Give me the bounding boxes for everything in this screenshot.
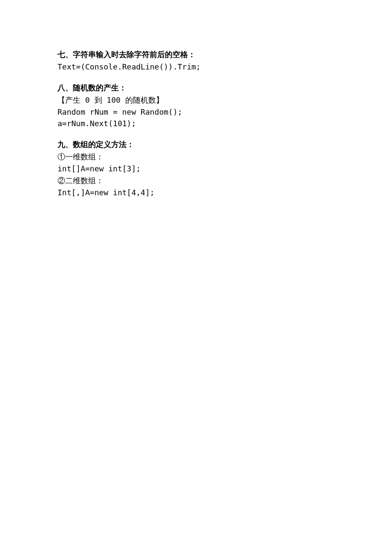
heading-nine: 九、数组的定义方法： <box>58 139 334 151</box>
section-nine: 九、数组的定义方法： ①一维数组： int[]A=new int[3]; ②二维… <box>58 139 334 198</box>
code-line: ①一维数组： <box>58 151 334 163</box>
heading-eight: 八、随机数的产生： <box>58 82 334 94</box>
code-line: int[]A=new int[3]; <box>58 163 334 175</box>
section-seven: 七、字符串输入时去除字符前后的空格： Text=(Console.ReadLin… <box>58 49 334 73</box>
section-eight: 八、随机数的产生： 【产生 0 到 100 的随机数】 Random rNum … <box>58 82 334 130</box>
code-line: 【产生 0 到 100 的随机数】 <box>58 94 334 106</box>
code-line: Random rNum = new Random(); <box>58 106 334 118</box>
code-line: Text=(Console.ReadLine()).Trim; <box>58 61 334 73</box>
code-line: ②二维数组： <box>58 175 334 187</box>
code-line: Int[,]A=new int[4,4]; <box>58 187 334 199</box>
code-line: a=rNum.Next(101); <box>58 118 334 130</box>
heading-seven: 七、字符串输入时去除字符前后的空格： <box>58 49 334 61</box>
